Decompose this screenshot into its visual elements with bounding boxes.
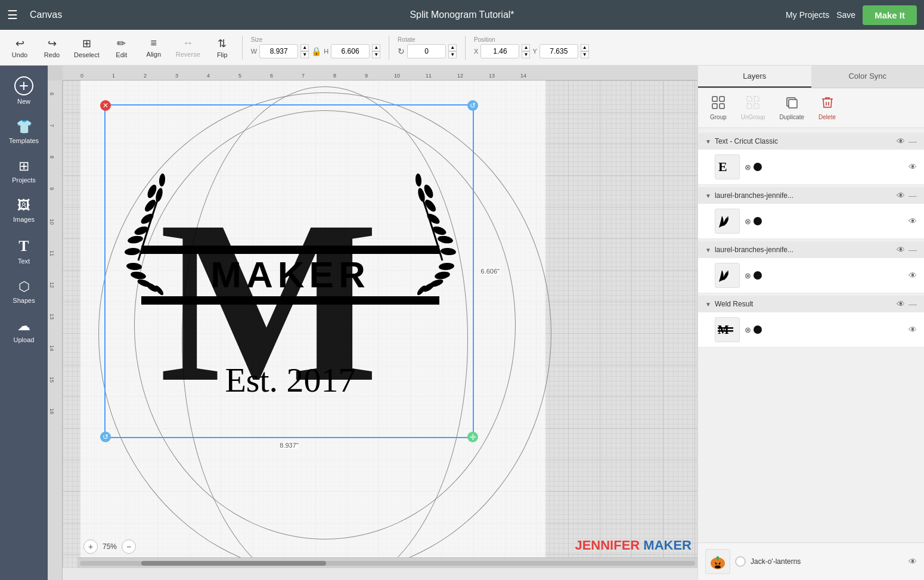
- layer-eye-laurel1[interactable]: 👁: [909, 216, 917, 226]
- rotate-down[interactable]: ▼: [448, 51, 457, 58]
- layer-group-laurel2-eye[interactable]: 👁: [897, 245, 905, 255]
- layer-group-laurel1-header[interactable]: ▼ laurel-branches-jennife... 👁 —: [698, 187, 924, 204]
- tab-layers[interactable]: Layers: [698, 66, 811, 88]
- svg-rect-43: [718, 327, 733, 329]
- deselect-button[interactable]: ⊞ Deselect: [69, 35, 104, 61]
- edit-button[interactable]: ✏ Edit: [107, 35, 137, 61]
- delete-button[interactable]: Delete: [814, 93, 841, 123]
- height-up[interactable]: ▲: [372, 44, 380, 51]
- group-button[interactable]: Group: [705, 93, 731, 123]
- layer-eye-weld[interactable]: 👁: [909, 325, 917, 334]
- layer-group-weld-header[interactable]: ▼ Weld Result 👁 —: [698, 296, 924, 312]
- sidebar-item-new[interactable]: + New: [3, 70, 45, 111]
- layer-group-weld-menu[interactable]: —: [909, 299, 917, 309]
- sidebar-item-text[interactable]: T Text: [3, 231, 45, 271]
- svg-point-13: [126, 262, 142, 271]
- x-up[interactable]: ▲: [522, 44, 530, 51]
- sidebar-new-label: New: [17, 98, 30, 105]
- scrollbar-thumb[interactable]: [141, 561, 326, 566]
- undo-button[interactable]: ↩ Undo: [5, 35, 35, 61]
- layer-group-text-header[interactable]: ▼ Text - Cricut Classic 👁 —: [698, 133, 924, 150]
- x-down[interactable]: ▼: [522, 51, 530, 58]
- topbar: ☰ Canvas Split Monogram Tutorial* My Pro…: [0, 0, 924, 30]
- handle-delete[interactable]: ✕: [100, 100, 111, 111]
- layer-icons-laurel2: ⊗: [745, 271, 762, 280]
- flip-button[interactable]: ⇅ Flip: [207, 35, 237, 61]
- rotate-spinner[interactable]: ▲ ▼: [448, 44, 457, 58]
- layer-group-text-eye[interactable]: 👁: [897, 137, 905, 146]
- sidebar-item-shapes[interactable]: ⬡ Shapes: [3, 273, 45, 310]
- layer-eye-laurel2[interactable]: 👁: [909, 271, 917, 280]
- align-button[interactable]: ≡ Align: [139, 35, 169, 60]
- layer-group-weld-eye[interactable]: 👁: [897, 299, 905, 309]
- y-input[interactable]: [539, 44, 578, 58]
- sidebar-item-images[interactable]: 🖼 Images: [3, 192, 45, 229]
- width-down[interactable]: ▼: [300, 51, 309, 58]
- horizontal-scrollbar[interactable]: [77, 557, 697, 568]
- layer-group-laurel1-eye[interactable]: 👁: [897, 191, 905, 200]
- ruler-vertical: 6 7 8 9 10 11 12 13 14 15 16: [48, 80, 63, 580]
- make-it-button[interactable]: Make It: [863, 5, 917, 25]
- upload-icon: ☁: [17, 318, 30, 334]
- sidebar-upload-label: Upload: [14, 336, 35, 343]
- arrow-icon-1: ▼: [705, 138, 711, 145]
- height-down[interactable]: ▼: [372, 51, 380, 58]
- layer-group-laurel1-menu[interactable]: —: [909, 191, 917, 200]
- layer-group-laurel2-menu[interactable]: —: [909, 245, 917, 255]
- sidebar-item-projects[interactable]: ⊞ Projects: [3, 153, 45, 190]
- layer-color-dot-text: [754, 163, 762, 171]
- y-down[interactable]: ▼: [581, 51, 589, 58]
- handle-move[interactable]: ✛: [467, 432, 478, 442]
- layer-item-text: E ⊗ 👁: [698, 150, 924, 185]
- x-spinner[interactable]: ▲ ▼: [522, 44, 530, 58]
- ungroup-button[interactable]: UnGroup: [736, 93, 770, 123]
- layer-item-laurel1: ⊗ 👁: [698, 204, 924, 239]
- x-label: X: [474, 48, 478, 55]
- layer-group-laurel1: ▼ laurel-branches-jennife... 👁 —: [698, 187, 924, 239]
- projects-icon: ⊞: [18, 159, 29, 174]
- position-label: Position: [474, 36, 589, 43]
- reverse-button: ↔ Reverse: [171, 35, 205, 60]
- sidebar-images-label: Images: [13, 216, 35, 223]
- zoom-in-button[interactable]: −: [122, 539, 136, 554]
- sidebar-item-templates[interactable]: 👕 Templates: [3, 113, 45, 150]
- redo-button[interactable]: ↪ Redo: [37, 35, 67, 61]
- width-spinner[interactable]: ▲ ▼: [300, 44, 309, 58]
- width-up[interactable]: ▲: [300, 44, 309, 51]
- canvas-background[interactable]: ✕ ↺ ↺ ✛ M MAKER Est. 2017: [63, 80, 697, 568]
- bottom-layer-eye[interactable]: 👁: [909, 557, 917, 566]
- handle-rotate-top[interactable]: ↺: [467, 100, 478, 111]
- rotate-up[interactable]: ▲: [448, 44, 457, 51]
- zoom-out-button[interactable]: +: [83, 539, 98, 554]
- scrollbar-track[interactable]: [80, 561, 695, 566]
- height-spinner[interactable]: ▲ ▼: [372, 44, 380, 58]
- svg-rect-37: [747, 104, 752, 108]
- save-button[interactable]: Save: [836, 10, 855, 20]
- design-container[interactable]: ✕ ↺ ↺ ✛ M MAKER Est. 2017: [104, 104, 474, 438]
- y-spinner[interactable]: ▲ ▼: [581, 44, 589, 58]
- canvas-area[interactable]: 0 1 2 3 4 5 6 7 8 9 10 11 12 13 14 6 7 8: [48, 66, 697, 580]
- layer-icons-text: ⊗: [745, 163, 762, 172]
- layer-group-text-menu[interactable]: —: [909, 137, 917, 146]
- layer-group-text: ▼ Text - Cricut Classic 👁 — E ⊗: [698, 133, 924, 185]
- layer-thumb-laurel2: [715, 263, 740, 288]
- x-input[interactable]: [480, 44, 519, 58]
- arrow-icon-2: ▼: [705, 193, 711, 199]
- tab-color-sync[interactable]: Color Sync: [811, 66, 925, 88]
- layers-list: ▼ Text - Cricut Classic 👁 — E ⊗: [698, 128, 924, 542]
- sidebar-item-upload[interactable]: ☁ Upload: [3, 312, 45, 349]
- menu-icon[interactable]: ☰: [7, 8, 18, 22]
- lock-icon[interactable]: 🔒: [311, 46, 321, 56]
- my-projects-link[interactable]: My Projects: [786, 10, 829, 20]
- svg-rect-33: [712, 104, 717, 108]
- duplicate-button[interactable]: Duplicate: [774, 93, 809, 123]
- width-input[interactable]: [259, 44, 298, 58]
- height-input[interactable]: [331, 44, 370, 58]
- y-up[interactable]: ▲: [581, 44, 589, 51]
- layer-item-laurel2: ⊗ 👁: [698, 258, 924, 293]
- layer-weld-icon: ⊗: [745, 163, 751, 172]
- layer-group-laurel2-header[interactable]: ▼ laurel-branches-jennife... 👁 —: [698, 241, 924, 258]
- layer-eye-text[interactable]: 👁: [909, 162, 917, 172]
- rotate-input[interactable]: [407, 44, 446, 58]
- handle-rotate-bottom[interactable]: ↺: [100, 432, 111, 442]
